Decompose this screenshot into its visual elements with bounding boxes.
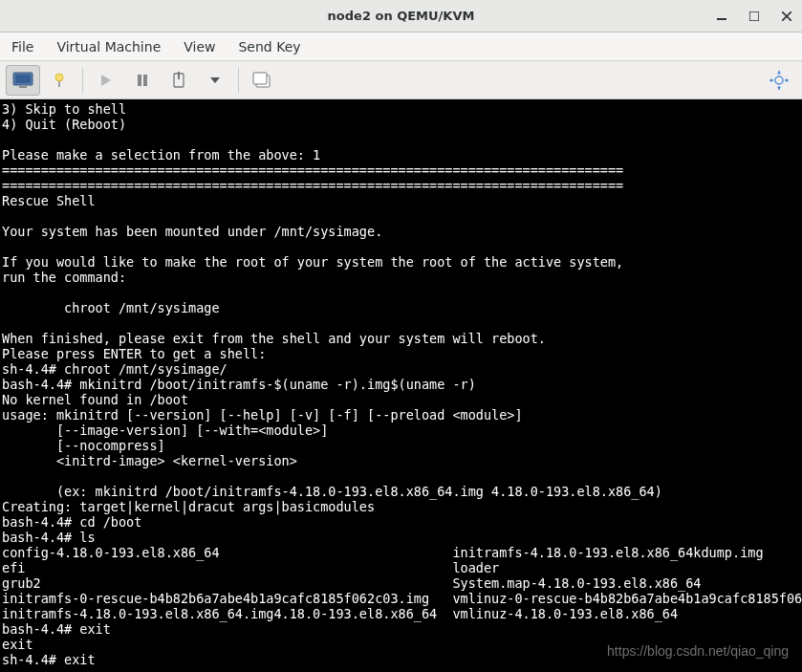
info-button[interactable] (42, 65, 76, 96)
svg-marker-9 (101, 75, 111, 86)
titlebar: node2 on QEMU/KVM (0, 0, 802, 33)
fullscreen-button[interactable] (762, 65, 796, 96)
svg-rect-10 (138, 75, 141, 86)
shutdown-menu-button[interactable] (198, 65, 232, 96)
toolbar-separator (82, 68, 83, 93)
svg-rect-6 (19, 86, 27, 88)
close-button[interactable] (779, 9, 794, 24)
play-button[interactable] (89, 65, 123, 96)
svg-marker-22 (777, 71, 781, 74)
watermark-text: https://blog.csdn.net/qiao_qing (607, 643, 789, 659)
console-button[interactable] (6, 65, 40, 96)
window-controls (714, 9, 794, 24)
svg-marker-24 (769, 78, 772, 82)
svg-marker-14 (210, 77, 220, 83)
menu-send-key[interactable]: Send Key (234, 35, 304, 58)
svg-rect-16 (253, 73, 267, 84)
console-output[interactable]: 3) Skip to shell 4) Quit (Reboot) Please… (0, 99, 802, 672)
svg-rect-8 (58, 81, 60, 87)
toolbar (0, 61, 802, 99)
svg-rect-13 (178, 72, 180, 79)
svg-rect-1 (749, 11, 759, 21)
minimize-button[interactable] (714, 9, 729, 24)
maximize-button[interactable] (747, 9, 762, 24)
svg-marker-23 (777, 87, 781, 90)
snapshots-button[interactable] (245, 65, 279, 96)
menubar: File Virtual Machine View Send Key (0, 33, 802, 61)
svg-point-7 (55, 74, 63, 81)
menu-virtual-machine[interactable]: Virtual Machine (53, 35, 164, 58)
window-title: node2 on QEMU/KVM (328, 9, 475, 23)
svg-rect-5 (15, 75, 31, 83)
toolbar-separator (238, 68, 239, 93)
menu-file[interactable]: File (8, 35, 37, 58)
menu-view[interactable]: View (180, 35, 219, 58)
shutdown-button[interactable] (162, 65, 196, 96)
svg-point-17 (775, 76, 783, 84)
svg-rect-11 (143, 75, 147, 86)
console-text: 3) Skip to shell 4) Quit (Reboot) Please… (2, 101, 802, 667)
svg-rect-0 (717, 18, 726, 20)
pause-button[interactable] (125, 65, 160, 96)
svg-marker-25 (786, 78, 789, 82)
